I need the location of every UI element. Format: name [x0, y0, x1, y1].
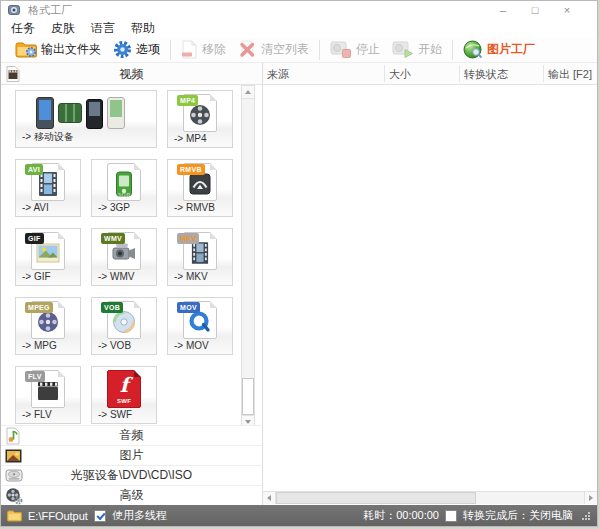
stop-button[interactable]: 停止 [324, 38, 386, 62]
column-output[interactable]: 输出 [F2] [544, 63, 598, 85]
menu-help[interactable]: 帮助 [123, 19, 163, 37]
minimize-button[interactable]: – [487, 1, 519, 19]
mpg-file-icon: MPEG [31, 301, 65, 339]
converter-label: -> MPG [22, 340, 57, 351]
converter-swf-button[interactable]: f SWF -> SWF [91, 366, 157, 424]
converter-wmv-button[interactable]: WMV -> WMV [91, 228, 157, 286]
options-button[interactable]: 选项 [107, 38, 166, 62]
mobile-devices-icon [30, 94, 142, 132]
converter-label: -> MP4 [174, 133, 207, 144]
column-size[interactable]: 大小 [385, 63, 459, 85]
converter-rmvb-button[interactable]: RMVB -> RMVB [167, 159, 233, 217]
clear-list-label: 清空列表 [261, 41, 309, 58]
scroll-left-button[interactable] [263, 492, 276, 504]
category-rom-device[interactable]: 光驱设备\DVD\CD\ISO [1, 465, 262, 485]
converter-gif-button[interactable]: GIF -> GIF [15, 228, 81, 286]
converter-avi-button[interactable]: AVI -> AVI [15, 159, 81, 217]
clear-list-button[interactable]: 清空列表 [232, 38, 315, 62]
converter-3gp-button[interactable]: 3GP -> 3GP [91, 159, 157, 217]
folder-gear-icon [15, 41, 37, 58]
mpeg-tag: MPEG [25, 302, 53, 313]
category-advanced[interactable]: 高级 [1, 485, 262, 505]
column-source[interactable]: 来源 [263, 63, 384, 85]
gear-icon [113, 40, 132, 59]
task-list-header: 来源 大小 转换状态 输出 [F2] [263, 63, 597, 85]
converter-mobile-devices-button[interactable]: -> 移动设备 [15, 90, 157, 148]
output-folder-button[interactable]: 输出文件夹 [9, 38, 107, 62]
app-window: 格式工厂 – □ × 任务 皮肤 语言 帮助 输出文件夹 选项 移除 清空列表 [0, 0, 598, 527]
converter-label: -> AVI [22, 202, 49, 213]
realmedia-icon [189, 173, 211, 195]
rmvb-file-icon: RMVB [183, 163, 217, 201]
multithread-label: 使用多线程 [112, 508, 167, 523]
mov-tag: MOV [177, 302, 200, 313]
mkv-tag: MKV [177, 233, 199, 244]
toolbar: 输出文件夹 选项 移除 清空列表 停止 开始 图片工厂 [1, 37, 597, 63]
menu-skin[interactable]: 皮肤 [43, 19, 83, 37]
converter-grid: -> 移动设备 MP4 -> MP4 AVI [1, 85, 262, 425]
converter-label: -> 3GP [98, 202, 130, 213]
resize-grip[interactable] [581, 511, 591, 521]
toolbar-separator [170, 40, 171, 60]
toolbar-separator [319, 40, 320, 60]
mp4-file-icon: MP4 [183, 94, 217, 132]
swf-tag: SWF [114, 396, 134, 406]
converter-mp4-button[interactable]: MP4 -> MP4 [167, 90, 233, 148]
converter-mkv-button[interactable]: MKV -> MKV [167, 228, 233, 286]
output-path-folder-icon[interactable] [7, 510, 22, 522]
vob-file-icon: VOB [107, 301, 141, 339]
maximize-button[interactable]: □ [519, 1, 551, 19]
category-picture[interactable]: 图片 [1, 445, 262, 465]
column-status[interactable]: 转换状态 [460, 63, 543, 85]
app-icon [8, 4, 20, 16]
category-video-header[interactable]: 视频 [1, 63, 262, 85]
scroll-up-button[interactable] [242, 86, 254, 99]
swf-file-icon: f SWF [107, 370, 141, 408]
task-list-panel: 来源 大小 转换状态 输出 [F2] [263, 63, 597, 505]
shutdown-checkbox[interactable] [445, 510, 457, 522]
film-reel-icon [36, 310, 60, 334]
converter-label: -> GIF [22, 271, 51, 282]
audio-note-icon [5, 427, 21, 445]
converter-flv-button[interactable]: FLV -> FLV [15, 366, 81, 424]
converter-mpg-button[interactable]: MPEG -> MPG [15, 297, 81, 355]
menu-language[interactable]: 语言 [83, 19, 123, 37]
close-button[interactable]: × [551, 1, 583, 19]
chevron-up-icon [245, 90, 251, 94]
converter-label: -> MOV [174, 340, 209, 351]
hscrollbar-thumb[interactable] [276, 492, 476, 504]
clapperboard-icon [36, 380, 60, 402]
scroll-right-button[interactable] [584, 492, 597, 504]
scrollbar-thumb[interactable] [242, 378, 254, 415]
remove-label: 移除 [202, 41, 226, 58]
shutdown-label: 转换完成后：关闭电脑 [463, 508, 573, 523]
chevron-left-icon [267, 495, 271, 501]
category-audio-label: 音频 [1, 427, 262, 444]
gif-tag: GIF [25, 233, 44, 244]
category-audio[interactable]: 音频 [1, 425, 262, 445]
multithread-checkbox[interactable] [94, 510, 106, 522]
start-button[interactable]: 开始 [386, 38, 448, 62]
task-list-body[interactable] [263, 85, 597, 491]
sidebar-scrollbar[interactable] [241, 85, 255, 429]
gif-file-icon: GIF [31, 232, 65, 270]
mov-file-icon: MOV [183, 301, 217, 339]
window-controls: – □ × [487, 1, 583, 19]
menu-bar: 任务 皮肤 语言 帮助 [1, 19, 597, 37]
category-advanced-label: 高级 [1, 487, 262, 504]
chevron-down-icon [245, 420, 251, 424]
window-title: 格式工厂 [28, 3, 72, 18]
picture-factory-button[interactable]: 图片工厂 [457, 38, 541, 62]
converter-vob-button[interactable]: VOB -> VOB [91, 297, 157, 355]
remove-button[interactable]: 移除 [175, 38, 232, 62]
menu-task[interactable]: 任务 [3, 19, 43, 37]
output-path-label[interactable]: E:\FFOutput [28, 510, 88, 522]
vob-tag: VOB [101, 302, 123, 313]
task-list-hscrollbar[interactable] [263, 491, 597, 504]
chevron-right-icon [589, 495, 593, 501]
wmv-file-icon: WMV [107, 232, 141, 270]
mkv-file-icon: MKV [183, 232, 217, 270]
start-icon [392, 40, 414, 59]
advanced-reel-gear-icon [5, 487, 23, 505]
converter-mov-button[interactable]: MOV -> MOV [167, 297, 233, 355]
